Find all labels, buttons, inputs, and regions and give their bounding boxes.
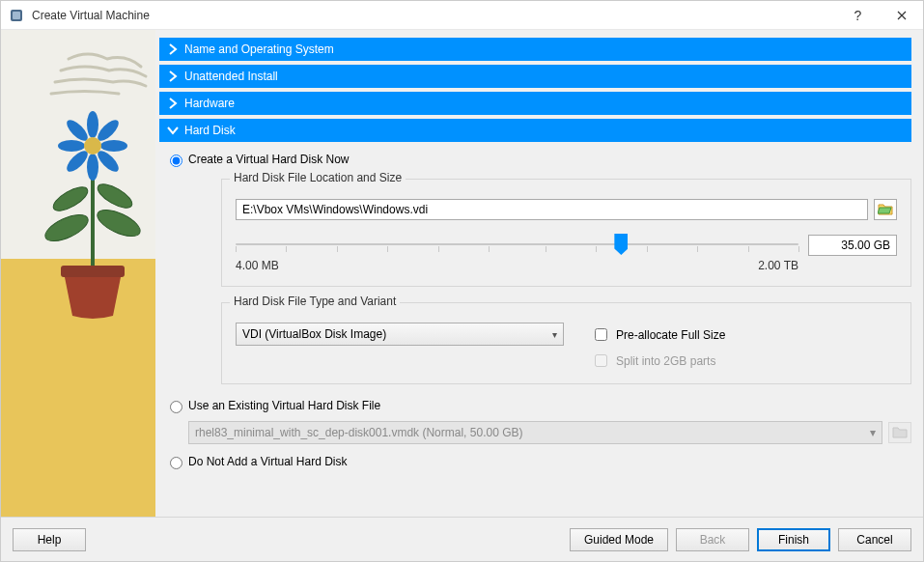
close-button[interactable] (880, 1, 923, 30)
radio-label: Create a Virtual Hard Disk Now (188, 153, 350, 166)
checkbox-preallocate[interactable]: Pre-allocate Full Size (591, 325, 725, 344)
back-button: Back (676, 528, 749, 551)
radio-no-disk[interactable]: Do Not Add a Virtual Hard Disk (165, 454, 911, 469)
cancel-button[interactable]: Cancel (838, 528, 911, 551)
window-title: Create Virtual Machine (32, 9, 150, 22)
browse-folder-button[interactable] (874, 199, 897, 220)
svg-point-6 (87, 111, 98, 138)
sidebar-illustration (1, 30, 155, 517)
chevron-right-icon (167, 98, 179, 109)
svg-point-2 (42, 210, 92, 246)
disk-size-display[interactable] (808, 235, 897, 256)
content-area: Name and Operating System Unattended Ins… (155, 30, 923, 517)
group-type-variant: Hard Disk File Type and Variant VDI (Vir… (221, 302, 911, 384)
section-label: Hardware (184, 97, 235, 110)
disk-size-slider[interactable] (236, 234, 798, 257)
section-name-and-os[interactable]: Name and Operating System (159, 38, 911, 61)
help-button[interactable]: Help (13, 528, 86, 551)
radio-label: Do Not Add a Virtual Hard Disk (188, 455, 348, 468)
checkbox-label: Split into 2GB parts (616, 354, 715, 368)
chevron-down-icon (167, 125, 179, 136)
finish-button[interactable]: Finish (757, 528, 830, 551)
svg-point-3 (94, 205, 144, 241)
slider-thumb[interactable] (614, 234, 628, 255)
chevron-down-icon: ▾ (870, 426, 876, 439)
slider-min-label: 4.00 MB (236, 259, 279, 272)
section-label: Hard Disk (184, 124, 236, 137)
svg-point-7 (87, 154, 98, 181)
checkbox-split-2gb: Split into 2GB parts (591, 351, 725, 370)
folder-icon (878, 202, 893, 218)
svg-point-4 (50, 183, 92, 215)
section-unattended-install[interactable]: Unattended Install (159, 65, 911, 88)
radio-use-existing-disk[interactable]: Use an Existing Virtual Hard Disk File (165, 398, 911, 413)
svg-rect-15 (61, 266, 125, 277)
disk-path-input[interactable] (236, 199, 868, 220)
titlebar: Create Virtual Machine ? (1, 1, 923, 30)
section-label: Unattended Install (184, 70, 278, 83)
group-location-size: Hard Disk File Location and Size (221, 179, 911, 287)
svg-rect-1 (13, 12, 20, 19)
svg-point-9 (100, 140, 127, 152)
slider-max-label: 2.00 TB (758, 259, 798, 272)
group-legend: Hard Disk File Type and Variant (230, 295, 400, 308)
dropdown-value: rhel83_minimal_with_sc_dep-disk001.vmdk … (195, 426, 522, 439)
section-label: Name and Operating System (184, 42, 334, 56)
folder-icon (892, 425, 908, 441)
radio-create-disk-now[interactable]: Create a Virtual Hard Disk Now (165, 152, 911, 167)
group-legend: Hard Disk File Location and Size (230, 171, 406, 184)
app-icon (9, 8, 24, 23)
help-titlebar-button[interactable]: ? (836, 1, 880, 30)
svg-point-5 (95, 180, 136, 212)
browse-existing-button (888, 422, 911, 443)
chevron-down-icon: ▾ (552, 329, 557, 340)
existing-disk-dropdown: rhel83_minimal_with_sc_dep-disk001.vmdk … (188, 421, 882, 444)
svg-point-14 (84, 137, 101, 155)
section-hard-disk[interactable]: Hard Disk (159, 119, 911, 142)
section-hardware[interactable]: Hardware (159, 92, 911, 115)
checkbox-label: Pre-allocate Full Size (616, 328, 725, 342)
chevron-right-icon (167, 70, 179, 82)
guided-mode-button[interactable]: Guided Mode (570, 528, 668, 551)
dropdown-value: VDI (VirtualBox Disk Image) (242, 327, 386, 341)
dialog-footer: Help Guided Mode Back Finish Cancel (1, 517, 923, 561)
svg-point-8 (58, 140, 85, 152)
disk-type-dropdown[interactable]: VDI (VirtualBox Disk Image) ▾ (236, 323, 564, 346)
radio-label: Use an Existing Virtual Hard Disk File (188, 399, 380, 412)
dialog-body: Name and Operating System Unattended Ins… (1, 30, 923, 517)
chevron-right-icon (167, 43, 179, 55)
